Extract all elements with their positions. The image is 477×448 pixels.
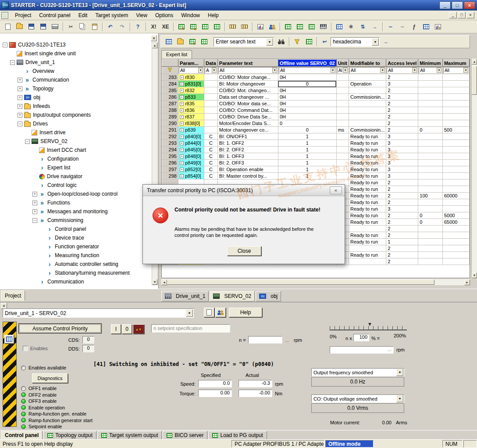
watch-table-3-button[interactable] [306,22,317,32]
accessible-nodes-button[interactable] [267,22,278,32]
cell-offline-value[interactable]: 0 [278,81,336,87]
expand-icon[interactable]: + [180,154,184,158]
filter-combo[interactable]: All▼ [349,67,385,73]
diagram-button[interactable] [432,22,443,32]
number-format-combo[interactable]: hexadecima ▼ [331,37,380,47]
tree-item-control-panel[interactable]: ›Control panel [1,225,151,233]
table-horizontal-scrollbar[interactable]: ◄ ► [161,279,470,285]
stop-button[interactable]: ▲▼ [133,324,144,334]
enables-checkbox[interactable] [23,346,28,351]
filter-combo[interactable]: All▼ [387,67,417,73]
cell-parameter[interactable]: +p854[0] [178,173,204,179]
cell-parameter[interactable]: +p833 [178,94,204,100]
cell-offline-value[interactable]: 1 [278,160,336,166]
scroll-down-icon[interactable]: ▼ [472,272,477,278]
copy-ram-to-rom-button[interactable] [211,22,222,32]
tree-item-communication[interactable]: ›Communication [1,277,151,286]
list-options-button[interactable] [199,36,210,47]
scrollbar-thumb[interactable] [472,66,477,95]
table-row[interactable]: 295+p848[0]CBI: 1. OFF31Ready to run3 [162,153,470,160]
redo-button[interactable]: ↷ [117,22,128,32]
tree-item-servo-02[interactable]: −SERVO_02 [1,137,151,146]
tree-item-insert-drive[interactable]: Insert drive [1,128,151,137]
column-header-access-level[interactable]: Access level [386,60,418,67]
tree-item-functions[interactable]: +»Functions [1,198,151,207]
close-icon[interactable]: × [464,1,475,9]
trace-signal-button[interactable]: ∼ [385,22,396,32]
cell-parameter[interactable]: +p840[0] [178,133,204,140]
tree-item-configuration[interactable]: ›Configuration [1,154,151,163]
expand-icon[interactable]: + [18,95,22,100]
cell-offline-value[interactable]: 1 [278,147,336,153]
collapse-icon[interactable]: − [3,43,7,47]
abort-function-button[interactable]: X! [148,22,159,32]
expand-icon[interactable]: + [18,113,22,118]
switch-off-button[interactable]: 0 [122,324,132,334]
tab-topology-output[interactable]: Topology output [43,431,96,439]
open-project-button[interactable] [14,22,25,32]
expand-icon[interactable]: + [18,78,22,82]
column-header-rownum[interactable] [162,60,178,67]
expand-icon[interactable]: + [180,82,184,86]
dialog-title-bar[interactable]: Transfer control priority to PC (ISCOA:3… [143,185,345,196]
cell-offline-value[interactable]: 0H [278,87,336,94]
disconnect-target-button[interactable] [239,22,250,32]
compare-values-button[interactable]: ⇅ [357,22,368,32]
tree-item-overview[interactable]: ›Overview [1,67,151,75]
collapse-icon[interactable]: − [10,60,15,65]
tree-item-drive-unit-1[interactable]: −Drive_unit_1 [1,58,151,67]
cell-offline-value[interactable]: 0H [278,114,336,120]
tree-item-measuring-function[interactable]: ›Measuring function [1,251,151,260]
expand-icon[interactable]: + [18,104,22,109]
tree-item-topology[interactable]: +»Topology [1,84,151,93]
connect-target-button[interactable] [227,22,238,32]
column-header-maximum[interactable]: Maximum [442,60,469,67]
tree-item-obj[interactable]: +cuobj [1,93,151,102]
cell-offline-value[interactable]: 0H [278,94,336,100]
expand-icon[interactable]: + [180,115,184,119]
chevron-down-icon[interactable]: ▼ [396,369,403,376]
tree-item-drive-navigator[interactable]: Drive navigator [1,172,151,181]
expand-icon[interactable]: + [18,86,22,91]
scrollbar-thumb[interactable] [167,280,434,285]
cell-parameter[interactable]: +r836 [178,107,204,114]
expand-icon[interactable]: + [32,209,37,214]
diagnostics-button[interactable]: Diagnostics [32,373,68,383]
cell-offline-value[interactable]: 0H [278,100,336,107]
cell-parameter[interactable]: +p848[0] [178,153,204,160]
expand-icon[interactable]: + [180,135,184,139]
table-vertical-scrollbar[interactable]: ▲ ▼ [471,59,477,278]
undo-button[interactable]: ↶ [105,22,116,32]
column-header-param[interactable]: Param... [178,60,204,67]
switch-on-button[interactable]: I [111,324,121,334]
chevron-down-icon[interactable]: ▼ [331,68,335,73]
freq-signal-combo[interactable]: Output frequency smoothed ▼ [311,368,404,376]
tree-item-infeeds[interactable]: +Infeeds [1,102,151,111]
table-row[interactable]: 286+p833Data set changeover ...0HCommiss… [162,94,470,100]
panel-close-icon[interactable]: × [151,35,157,41]
context-help-button[interactable]: ? [132,22,143,32]
cell-offline-value[interactable]: 1 [278,173,336,179]
expert-function-button[interactable]: XE [160,22,171,32]
cell-offline-value[interactable]: 0H [278,107,336,114]
search-combo[interactable]: ▼ [214,37,274,47]
tree-item-insert-dcc-chart[interactable]: Insert DCC chart [1,146,151,154]
table-row[interactable]: 293+p844[0]CBI: 1. OFF21Ready to run3 [162,140,470,147]
menu-window[interactable]: Window [177,11,204,19]
tab-control-panel[interactable]: Control panel [1,431,43,439]
column-header-minimum[interactable]: Minimum [418,60,443,67]
table-row[interactable]: 291+p839Motor changeover co...0msCommiss… [162,127,470,133]
print-button[interactable] [50,22,61,32]
settings-button[interactable]: ✱ [345,22,356,32]
load-to-pg-button[interactable] [199,22,210,32]
setpoint-spec-field[interactable]: n setpoint specification [151,324,230,333]
go-back-button[interactable]: ↩ [319,36,330,47]
trace-signal2-button[interactable]: ∼ [397,22,408,32]
table-row[interactable]: 292+p840[0]CBI: ON/OFF11Ready to run3 [162,133,470,140]
cell-parameter[interactable]: +r832 [178,87,204,94]
tab-bico-server[interactable]: BICO server [163,431,207,439]
table-row[interactable]: 298+p854[0]CBI: Master control by...1Rea… [162,173,470,179]
tree-item-open-loop-closed-loop-control[interactable]: +»Open-loop/closed-loop control [1,190,151,198]
new-list-button[interactable] [163,36,174,47]
tree-item-function-generator[interactable]: ›Function generator [1,242,151,251]
